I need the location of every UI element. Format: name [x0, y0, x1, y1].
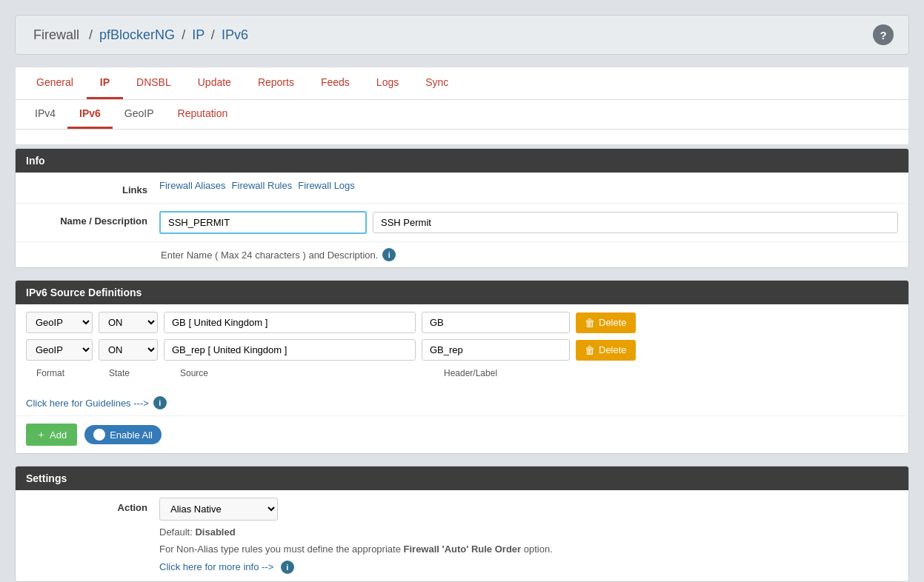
- breadcrumb-sep1: /: [89, 27, 93, 42]
- tab-feeds[interactable]: Feeds: [308, 67, 363, 99]
- links-content: Firewall Aliases Firewall Rules Firewall…: [159, 180, 898, 191]
- source-rows: GeoIP DNSBL IP ON OFF 🗑 Delete: [16, 304, 908, 390]
- default-label: Default:: [159, 526, 195, 538]
- tab-ipv4[interactable]: IPv4: [23, 100, 67, 129]
- tab-general[interactable]: General: [23, 67, 87, 99]
- col-labels: Format State Source Header/Label: [26, 367, 898, 383]
- add-button[interactable]: ＋ Add: [26, 424, 77, 446]
- col-label-header: Header/Label: [444, 368, 592, 378]
- source-input-1[interactable]: [164, 312, 416, 333]
- more-info-link[interactable]: Click here for more info -->: [159, 561, 273, 572]
- settings-section: Settings Action Alias Native Alias Deny …: [15, 466, 909, 582]
- settings-content: Alias Native Alias Deny Alias Permit Ali…: [159, 498, 553, 574]
- action-select[interactable]: Alias Native Alias Deny Alias Permit Ali…: [159, 498, 278, 521]
- info-text: Enter Name ( Max 24 characters ) and Des…: [161, 250, 378, 261]
- tab-reputation[interactable]: Reputation: [166, 100, 240, 129]
- firewall-rule-order: Firewall 'Auto' Rule Order: [404, 543, 522, 555]
- non-alias-text-1: For Non-Alias type rules you must define…: [159, 543, 404, 555]
- tab-logs[interactable]: Logs: [363, 67, 412, 99]
- add-label: Add: [50, 429, 67, 441]
- tab-reports[interactable]: Reports: [245, 67, 308, 99]
- add-plus-icon: ＋: [36, 428, 46, 441]
- state-select-2[interactable]: ON OFF: [99, 339, 158, 361]
- tab-sync[interactable]: Sync: [412, 67, 462, 99]
- tab-ip[interactable]: IP: [87, 67, 123, 99]
- name-desc-label: Name / Description: [26, 211, 159, 227]
- non-alias-text: For Non-Alias type rules you must define…: [159, 543, 553, 555]
- ipv6-section-body: GeoIP DNSBL IP ON OFF 🗑 Delete: [16, 304, 908, 453]
- name-desc-content: [159, 211, 898, 234]
- tabs-primary-wrapper: General IP DNSBL Update Reports Feeds Lo…: [15, 67, 909, 145]
- more-info-icon[interactable]: i: [281, 561, 294, 574]
- name-desc-row: Name / Description: [16, 204, 908, 242]
- breadcrumb-sep3: /: [211, 27, 215, 42]
- more-info-row: Click here for more info --> i: [159, 561, 553, 574]
- breadcrumb-sep2: /: [182, 27, 185, 42]
- links-row: Links Firewall Aliases Firewall Rules Fi…: [16, 173, 908, 204]
- tab-update[interactable]: Update: [185, 67, 245, 99]
- default-text: Default: Disabled: [159, 526, 553, 538]
- firewall-aliases-link[interactable]: Firewall Aliases: [159, 180, 226, 191]
- tab-geoip[interactable]: GeoIP: [113, 100, 166, 129]
- non-alias-text-2: option.: [521, 543, 553, 555]
- default-value: Disabled: [195, 526, 235, 538]
- col-label-source: Source: [180, 368, 432, 378]
- info-section: Info Links Firewall Aliases Firewall Rul…: [15, 148, 909, 268]
- ipv6-section: IPv6 Source Definitions GeoIP DNSBL IP O…: [15, 280, 909, 454]
- delete-button-1[interactable]: 🗑 Delete: [576, 312, 636, 333]
- settings-section-body: Action Alias Native Alias Deny Alias Per…: [16, 490, 908, 581]
- desc-input[interactable]: [373, 212, 898, 233]
- info-text-row: Enter Name ( Max 24 characters ) and Des…: [16, 242, 908, 267]
- state-select-1[interactable]: ON OFF: [99, 312, 158, 333]
- page-header: Firewall / pfBlockerNG / IP / IPv6 ?: [15, 15, 909, 55]
- settings-section-header: Settings: [16, 466, 908, 490]
- breadcrumb-ip[interactable]: IP: [192, 27, 205, 42]
- firewall-rules-link[interactable]: Firewall Rules: [232, 180, 293, 191]
- links-label: Links: [26, 180, 159, 195]
- breadcrumb: Firewall / pfBlockerNG / IP / IPv6: [30, 27, 248, 43]
- source-row-1: GeoIP DNSBL IP ON OFF 🗑 Delete: [26, 312, 898, 333]
- source-row-2: GeoIP DNSBL IP ON OFF 🗑 Delete: [26, 339, 898, 361]
- breadcrumb-firewall: Firewall: [33, 27, 79, 42]
- enable-all-label: Enable All: [110, 429, 153, 441]
- enable-all-button[interactable]: Enable All: [84, 425, 162, 444]
- trash-icon-1: 🗑: [585, 317, 595, 329]
- format-select-1[interactable]: GeoIP DNSBL IP: [26, 312, 93, 333]
- name-input[interactable]: [159, 211, 367, 234]
- delete-label-2: Delete: [599, 344, 627, 355]
- source-input-2[interactable]: [164, 339, 416, 361]
- breadcrumb-ipv6[interactable]: IPv6: [222, 27, 248, 42]
- header-input-1[interactable]: [422, 312, 570, 333]
- ipv6-section-header: IPv6 Source Definitions: [16, 281, 908, 304]
- action-row: Action Alias Native Alias Deny Alias Per…: [16, 490, 908, 581]
- info-icon[interactable]: i: [382, 248, 396, 261]
- info-section-header: Info: [16, 149, 908, 173]
- action-buttons-row: ＋ Add Enable All: [16, 415, 908, 453]
- header-input-2[interactable]: [422, 339, 570, 361]
- col-label-format: Format: [36, 368, 103, 378]
- delete-label-1: Delete: [599, 317, 627, 328]
- info-section-body: Links Firewall Aliases Firewall Rules Fi…: [16, 173, 908, 267]
- guidelines-link[interactable]: Click here for Guidelines --->: [26, 398, 149, 409]
- delete-button-2[interactable]: 🗑 Delete: [576, 340, 636, 361]
- tab-ipv6[interactable]: IPv6: [67, 100, 113, 129]
- trash-icon-2: 🗑: [585, 344, 595, 356]
- breadcrumb-pfblockerng[interactable]: pfBlockerNG: [99, 27, 175, 42]
- tab-dnsbl[interactable]: DNSBL: [123, 67, 185, 99]
- col-label-state: State: [109, 368, 168, 378]
- guidelines-row: Click here for Guidelines ---> i: [16, 390, 908, 415]
- firewall-logs-link[interactable]: Firewall Logs: [298, 180, 355, 191]
- tabs-secondary: IPv4 IPv6 GeoIP Reputation: [16, 100, 908, 130]
- help-button[interactable]: ?: [873, 24, 894, 45]
- tabs-primary: General IP DNSBL Update Reports Feeds Lo…: [16, 67, 908, 100]
- action-label: Action: [26, 498, 159, 513]
- guidelines-info-icon[interactable]: i: [153, 396, 167, 409]
- format-select-2[interactable]: GeoIP DNSBL IP: [26, 339, 93, 361]
- toggle-circle: [93, 429, 105, 441]
